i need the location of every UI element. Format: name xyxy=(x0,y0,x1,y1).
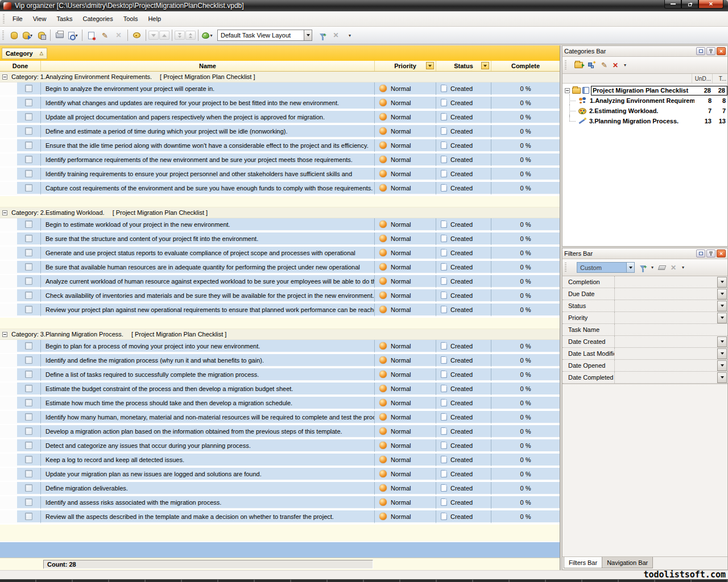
toolbar-overflow-button[interactable]: ▾ xyxy=(343,29,356,41)
tree-item[interactable]: 2.Estimating Workload.77 xyxy=(562,106,727,116)
done-checkbox[interactable] xyxy=(25,442,32,449)
column-header-name[interactable]: Name xyxy=(41,61,375,71)
new-category-button[interactable] xyxy=(574,62,583,68)
done-checkbox[interactable] xyxy=(25,249,32,256)
done-checkbox[interactable] xyxy=(25,184,32,192)
table-row[interactable]: Review your project plan against new ope… xyxy=(0,304,560,318)
table-row[interactable]: Capture cost requirements of the environ… xyxy=(0,182,560,196)
menubar-grip[interactable] xyxy=(3,14,5,24)
done-checkbox[interactable] xyxy=(25,85,32,92)
move-bottom-button[interactable] xyxy=(175,31,185,40)
done-checkbox[interactable] xyxy=(25,513,32,520)
done-checkbox[interactable] xyxy=(25,277,32,285)
filter-value-field[interactable] xyxy=(615,336,717,347)
table-row[interactable]: Identify performance requirements of the… xyxy=(0,153,560,168)
category-group-row[interactable]: Category: 1.Analyzing Environment Requir… xyxy=(0,72,560,82)
apply-layout-button[interactable] xyxy=(316,29,329,41)
restore-button[interactable] xyxy=(681,0,698,9)
done-checkbox[interactable] xyxy=(25,292,32,299)
panel-close-button[interactable]: ✕ xyxy=(717,250,726,257)
group-by-category-button[interactable]: Category △ xyxy=(2,48,47,59)
tree-item[interactable]: 1.Analyzing Environment Requirements.88 xyxy=(562,95,727,106)
table-row[interactable]: Analyze current workload of human resour… xyxy=(0,275,560,289)
done-checkbox[interactable] xyxy=(25,413,32,421)
menu-tools[interactable]: Tools xyxy=(118,13,143,25)
table-row[interactable]: Define and estimate a period of time dur… xyxy=(0,125,560,139)
close-button[interactable]: ✕ xyxy=(698,0,723,9)
table-row[interactable]: Keep a log to record and keep all detect… xyxy=(0,454,560,468)
tab-filters-bar[interactable]: Filters Bar xyxy=(564,557,602,568)
table-row[interactable]: Generate and use project status reports … xyxy=(0,247,560,261)
done-checkbox[interactable] xyxy=(25,221,32,228)
toolbar-grip[interactable] xyxy=(2,31,4,40)
table-row[interactable]: Check availability of inventories and ma… xyxy=(0,289,560,304)
category-group-row[interactable]: Category: 3.Planning Migration Process.[… xyxy=(0,329,560,340)
panel-pin-button[interactable] xyxy=(706,250,715,257)
delete-task-button[interactable]: ✕ xyxy=(112,29,125,41)
filter-dropdown-button[interactable] xyxy=(717,348,727,359)
edit-category-button[interactable]: ✎ xyxy=(601,61,607,69)
collapse-icon[interactable] xyxy=(2,332,7,337)
table-row[interactable]: Define migration deliverables.NormalCrea… xyxy=(0,482,560,496)
filter-dropdown-button[interactable] xyxy=(717,313,727,323)
tab-navigation-bar[interactable]: Navigation Bar xyxy=(602,557,653,568)
menu-view[interactable]: View xyxy=(28,13,52,25)
open-database-button[interactable]: ▾ xyxy=(21,29,34,41)
print-button[interactable] xyxy=(53,29,66,41)
table-row[interactable]: Ensure that the idle time period along w… xyxy=(0,139,560,153)
menu-categories[interactable]: Categories xyxy=(78,13,118,25)
table-row[interactable]: Define a list of tasks required to succe… xyxy=(0,368,560,383)
selection-strip[interactable] xyxy=(0,541,560,558)
delete-category-button[interactable]: ✕ xyxy=(613,62,618,69)
new-task-button[interactable] xyxy=(85,29,98,41)
table-row[interactable]: Be sure that the structure and content o… xyxy=(0,232,560,247)
move-down-button[interactable] xyxy=(148,31,159,40)
panel-close-button[interactable]: ✕ xyxy=(717,47,726,55)
filter-value-field[interactable] xyxy=(615,288,717,300)
table-row[interactable]: Detect and categorize any issues that oc… xyxy=(0,439,560,454)
collapse-icon[interactable] xyxy=(2,210,7,215)
table-row[interactable]: Identify how many human, monetary, mater… xyxy=(0,411,560,425)
delete-filter-button[interactable]: ✕ xyxy=(671,264,676,271)
categories-toolbar-grip[interactable] xyxy=(565,60,566,70)
filters-toolbar-grip[interactable] xyxy=(565,263,566,272)
done-checkbox[interactable] xyxy=(25,156,32,163)
table-row[interactable]: Develop a migration action plan based on… xyxy=(0,425,560,439)
done-checkbox[interactable] xyxy=(25,484,32,492)
layout-combobox[interactable]: Default Task View Layout xyxy=(217,30,312,41)
done-checkbox[interactable] xyxy=(25,306,32,313)
new-database-button[interactable] xyxy=(7,29,20,41)
table-row[interactable]: Identify and assess risks associated wit… xyxy=(0,496,560,510)
category-group-row[interactable]: Category: 2.Estimating Workload.[ Projec… xyxy=(0,207,560,218)
edit-task-button[interactable]: ✎ xyxy=(98,29,111,41)
tree-item[interactable]: Project Migration Plan Checklist2828 xyxy=(562,85,727,95)
menu-help[interactable]: Help xyxy=(143,13,166,25)
tree-item[interactable]: 3.Planning Migration Process.1313 xyxy=(562,116,727,126)
done-checkbox[interactable] xyxy=(25,356,32,364)
menu-tasks[interactable]: Tasks xyxy=(51,13,77,25)
table-row[interactable]: Estimate how much time the process shoul… xyxy=(0,397,560,411)
table-row[interactable]: Identify and define the migration proces… xyxy=(0,354,560,368)
done-checkbox[interactable] xyxy=(25,456,32,463)
print-preview-button[interactable]: ▾ xyxy=(67,29,80,41)
new-subcategory-button[interactable] xyxy=(588,62,596,69)
collapse-icon[interactable] xyxy=(2,74,7,80)
done-checkbox[interactable] xyxy=(25,235,32,242)
table-row[interactable]: Begin to estimate workload of your proje… xyxy=(0,218,560,232)
filter-dropdown-button[interactable] xyxy=(717,360,727,371)
minimize-button[interactable] xyxy=(664,0,681,9)
done-checkbox[interactable] xyxy=(25,99,32,106)
panel-restore-button[interactable] xyxy=(696,250,705,257)
filter-value-field[interactable] xyxy=(615,372,717,383)
done-checkbox[interactable] xyxy=(25,142,32,149)
table-row[interactable]: Estimate the budget constraint of the pr… xyxy=(0,383,560,397)
table-row[interactable]: Update your migration plan as new issues… xyxy=(0,468,560,482)
clear-filter-button[interactable] xyxy=(658,265,667,270)
table-row[interactable]: Update all project documentation and pap… xyxy=(0,111,560,125)
panel-pin-button[interactable] xyxy=(706,47,715,55)
table-row[interactable]: Begin to plan for a process of moving yo… xyxy=(0,340,560,354)
filter-value-field[interactable] xyxy=(615,348,717,359)
table-row[interactable]: Be sure that available human resources a… xyxy=(0,261,560,275)
done-checkbox[interactable] xyxy=(25,427,32,435)
table-row[interactable]: Begin to analyze the environment your pr… xyxy=(0,82,560,97)
